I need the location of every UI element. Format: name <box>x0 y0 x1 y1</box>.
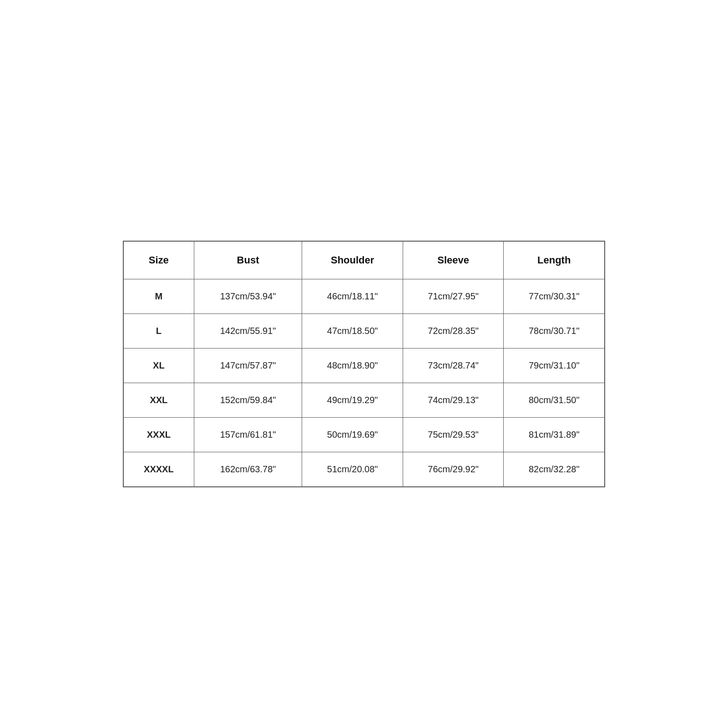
cell-sleeve: 76cm/29.92" <box>403 452 504 487</box>
cell-length: 80cm/31.50" <box>504 383 605 418</box>
table-row: XXXL157cm/61.81"50cm/19.69"75cm/29.53"81… <box>124 418 605 452</box>
cell-size: XXXXL <box>124 452 194 487</box>
table-row: XXXXL162cm/63.78"51cm/20.08"76cm/29.92"8… <box>124 452 605 487</box>
cell-bust: 157cm/61.81" <box>194 418 302 452</box>
header-bust: Bust <box>194 242 302 279</box>
cell-length: 78cm/30.71" <box>504 314 605 349</box>
table-header-row: Size Bust Shoulder Sleeve Length <box>124 242 605 279</box>
cell-size: XXL <box>124 383 194 418</box>
cell-size: XL <box>124 349 194 383</box>
cell-sleeve: 71cm/27.95" <box>403 279 504 314</box>
header-length: Length <box>504 242 605 279</box>
cell-shoulder: 46cm/18.11" <box>302 279 403 314</box>
cell-shoulder: 48cm/18.90" <box>302 349 403 383</box>
table-row: M137cm/53.94"46cm/18.11"71cm/27.95"77cm/… <box>124 279 605 314</box>
size-chart-container: Size Bust Shoulder Sleeve Length M137cm/… <box>123 241 605 487</box>
cell-bust: 142cm/55.91" <box>194 314 302 349</box>
cell-length: 77cm/30.31" <box>504 279 605 314</box>
header-shoulder: Shoulder <box>302 242 403 279</box>
cell-shoulder: 50cm/19.69" <box>302 418 403 452</box>
cell-size: M <box>124 279 194 314</box>
cell-length: 81cm/31.89" <box>504 418 605 452</box>
cell-bust: 162cm/63.78" <box>194 452 302 487</box>
table-row: XL147cm/57.87"48cm/18.90"73cm/28.74"79cm… <box>124 349 605 383</box>
cell-shoulder: 51cm/20.08" <box>302 452 403 487</box>
cell-length: 79cm/31.10" <box>504 349 605 383</box>
table-row: L142cm/55.91"47cm/18.50"72cm/28.35"78cm/… <box>124 314 605 349</box>
cell-length: 82cm/32.28" <box>504 452 605 487</box>
cell-sleeve: 72cm/28.35" <box>403 314 504 349</box>
cell-shoulder: 49cm/19.29" <box>302 383 403 418</box>
cell-bust: 152cm/59.84" <box>194 383 302 418</box>
cell-sleeve: 74cm/29.13" <box>403 383 504 418</box>
cell-bust: 147cm/57.87" <box>194 349 302 383</box>
cell-sleeve: 75cm/29.53" <box>403 418 504 452</box>
cell-shoulder: 47cm/18.50" <box>302 314 403 349</box>
cell-sleeve: 73cm/28.74" <box>403 349 504 383</box>
header-sleeve: Sleeve <box>403 242 504 279</box>
table-row: XXL152cm/59.84"49cm/19.29"74cm/29.13"80c… <box>124 383 605 418</box>
size-chart-table: Size Bust Shoulder Sleeve Length M137cm/… <box>123 241 605 487</box>
cell-size: L <box>124 314 194 349</box>
cell-size: XXXL <box>124 418 194 452</box>
cell-bust: 137cm/53.94" <box>194 279 302 314</box>
header-size: Size <box>124 242 194 279</box>
